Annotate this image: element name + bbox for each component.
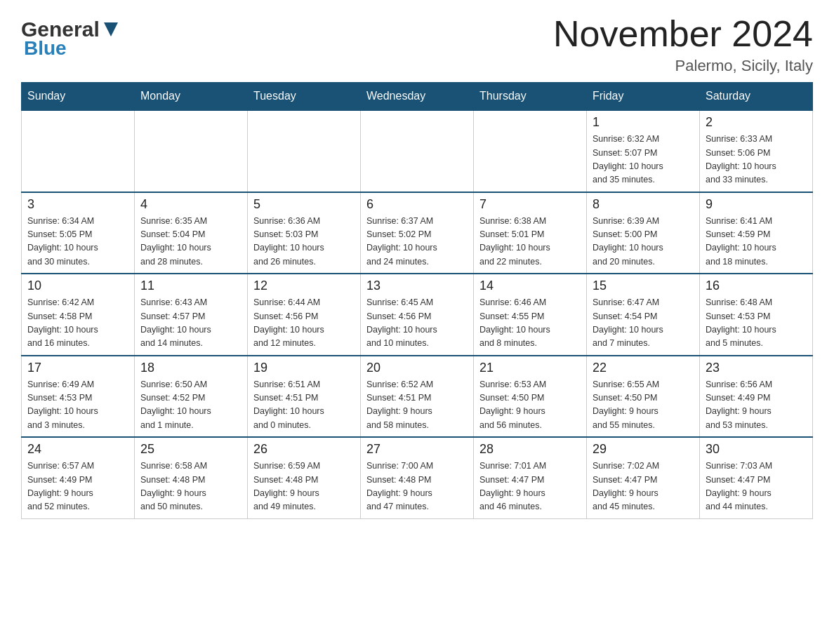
day-number: 13	[366, 279, 468, 293]
day-number: 11	[140, 279, 241, 293]
day-number: 19	[253, 361, 355, 375]
day-number: 16	[706, 279, 807, 293]
calendar-cell	[248, 110, 361, 192]
day-number: 20	[366, 361, 468, 375]
calendar-cell: 12Sunrise: 6:44 AM Sunset: 4:56 PM Dayli…	[248, 274, 361, 356]
day-number: 5	[253, 197, 355, 212]
col-tuesday: Tuesday	[248, 83, 361, 111]
day-number: 10	[27, 279, 128, 293]
day-info: Sunrise: 6:56 AM Sunset: 4:49 PM Dayligh…	[706, 378, 807, 433]
day-info: Sunrise: 6:38 AM Sunset: 5:01 PM Dayligh…	[479, 215, 581, 269]
day-number: 30	[706, 442, 807, 457]
day-number: 12	[253, 279, 355, 293]
calendar-cell: 26Sunrise: 6:59 AM Sunset: 4:48 PM Dayli…	[248, 437, 361, 518]
day-info: Sunrise: 6:36 AM Sunset: 5:03 PM Dayligh…	[253, 215, 355, 269]
day-number: 7	[479, 197, 581, 212]
calendar-cell: 9Sunrise: 6:41 AM Sunset: 4:59 PM Daylig…	[700, 192, 813, 274]
day-info: Sunrise: 6:46 AM Sunset: 4:55 PM Dayligh…	[479, 296, 581, 351]
day-info: Sunrise: 6:33 AM Sunset: 5:06 PM Dayligh…	[706, 133, 807, 187]
logo-blue-text: Blue	[24, 37, 67, 60]
title-area: November 2024 Palermo, Sicily, Italy	[553, 14, 813, 75]
calendar-cell	[135, 110, 248, 192]
day-info: Sunrise: 6:47 AM Sunset: 4:54 PM Dayligh…	[593, 296, 694, 351]
calendar-cell: 29Sunrise: 7:02 AM Sunset: 4:47 PM Dayli…	[587, 437, 700, 518]
calendar-cell: 3Sunrise: 6:34 AM Sunset: 5:05 PM Daylig…	[22, 192, 135, 274]
calendar-cell	[361, 110, 474, 192]
calendar-cell: 22Sunrise: 6:55 AM Sunset: 4:50 PM Dayli…	[587, 356, 700, 438]
day-number: 24	[27, 442, 128, 457]
col-friday: Friday	[587, 83, 700, 111]
page-title: November 2024	[553, 14, 813, 54]
page-header: General Blue November 2024 Palermo, Sici…	[21, 14, 813, 75]
col-saturday: Saturday	[700, 83, 813, 111]
day-info: Sunrise: 6:49 AM Sunset: 4:53 PM Dayligh…	[27, 378, 128, 433]
day-info: Sunrise: 6:34 AM Sunset: 5:05 PM Dayligh…	[27, 215, 128, 269]
day-number: 1	[593, 115, 694, 130]
day-number: 3	[27, 197, 128, 212]
day-info: Sunrise: 6:48 AM Sunset: 4:53 PM Dayligh…	[706, 296, 807, 351]
col-sunday: Sunday	[22, 83, 135, 111]
calendar-cell	[22, 110, 135, 192]
calendar-cell: 24Sunrise: 6:57 AM Sunset: 4:49 PM Dayli…	[22, 437, 135, 518]
day-info: Sunrise: 6:42 AM Sunset: 4:58 PM Dayligh…	[27, 296, 128, 351]
calendar-cell: 5Sunrise: 6:36 AM Sunset: 5:03 PM Daylig…	[248, 192, 361, 274]
calendar-cell: 21Sunrise: 6:53 AM Sunset: 4:50 PM Dayli…	[474, 356, 587, 438]
day-info: Sunrise: 6:55 AM Sunset: 4:50 PM Dayligh…	[593, 378, 694, 433]
calendar-header-row: Sunday Monday Tuesday Wednesday Thursday…	[22, 83, 813, 111]
col-wednesday: Wednesday	[361, 83, 474, 111]
day-info: Sunrise: 6:53 AM Sunset: 4:50 PM Dayligh…	[479, 378, 581, 433]
day-number: 17	[27, 361, 128, 375]
day-number: 22	[593, 361, 694, 375]
day-number: 8	[593, 197, 694, 212]
calendar-cell: 17Sunrise: 6:49 AM Sunset: 4:53 PM Dayli…	[22, 356, 135, 438]
day-number: 29	[593, 442, 694, 457]
calendar-week-row: 3Sunrise: 6:34 AM Sunset: 5:05 PM Daylig…	[22, 192, 813, 274]
calendar-cell: 23Sunrise: 6:56 AM Sunset: 4:49 PM Dayli…	[700, 356, 813, 438]
calendar-cell: 28Sunrise: 7:01 AM Sunset: 4:47 PM Dayli…	[474, 437, 587, 518]
day-info: Sunrise: 6:32 AM Sunset: 5:07 PM Dayligh…	[593, 133, 694, 187]
day-info: Sunrise: 6:39 AM Sunset: 5:00 PM Dayligh…	[593, 215, 694, 269]
day-info: Sunrise: 6:45 AM Sunset: 4:56 PM Dayligh…	[366, 296, 468, 351]
day-info: Sunrise: 7:00 AM Sunset: 4:48 PM Dayligh…	[366, 459, 468, 514]
calendar-cell: 15Sunrise: 6:47 AM Sunset: 4:54 PM Dayli…	[587, 274, 700, 356]
col-monday: Monday	[135, 83, 248, 111]
day-info: Sunrise: 6:51 AM Sunset: 4:51 PM Dayligh…	[253, 378, 355, 433]
svg-marker-0	[104, 22, 118, 36]
col-thursday: Thursday	[474, 83, 587, 111]
calendar-week-row: 24Sunrise: 6:57 AM Sunset: 4:49 PM Dayli…	[22, 437, 813, 518]
logo-triangle-icon	[101, 20, 121, 39]
day-info: Sunrise: 7:01 AM Sunset: 4:47 PM Dayligh…	[479, 459, 581, 514]
calendar-table: Sunday Monday Tuesday Wednesday Thursday…	[21, 82, 813, 519]
calendar-cell: 18Sunrise: 6:50 AM Sunset: 4:52 PM Dayli…	[135, 356, 248, 438]
day-info: Sunrise: 6:41 AM Sunset: 4:59 PM Dayligh…	[706, 215, 807, 269]
calendar-cell: 1Sunrise: 6:32 AM Sunset: 5:07 PM Daylig…	[587, 110, 700, 192]
day-info: Sunrise: 7:03 AM Sunset: 4:47 PM Dayligh…	[706, 459, 807, 514]
calendar-cell: 10Sunrise: 6:42 AM Sunset: 4:58 PM Dayli…	[22, 274, 135, 356]
day-number: 2	[706, 115, 807, 130]
day-number: 21	[479, 361, 581, 375]
calendar-cell: 30Sunrise: 7:03 AM Sunset: 4:47 PM Dayli…	[700, 437, 813, 518]
calendar-cell: 27Sunrise: 7:00 AM Sunset: 4:48 PM Dayli…	[361, 437, 474, 518]
calendar-cell: 2Sunrise: 6:33 AM Sunset: 5:06 PM Daylig…	[700, 110, 813, 192]
calendar-cell: 16Sunrise: 6:48 AM Sunset: 4:53 PM Dayli…	[700, 274, 813, 356]
calendar-cell: 11Sunrise: 6:43 AM Sunset: 4:57 PM Dayli…	[135, 274, 248, 356]
calendar-cell: 13Sunrise: 6:45 AM Sunset: 4:56 PM Dayli…	[361, 274, 474, 356]
day-number: 9	[706, 197, 807, 212]
calendar-week-row: 1Sunrise: 6:32 AM Sunset: 5:07 PM Daylig…	[22, 110, 813, 192]
day-number: 14	[479, 279, 581, 293]
day-number: 28	[479, 442, 581, 457]
calendar-cell: 7Sunrise: 6:38 AM Sunset: 5:01 PM Daylig…	[474, 192, 587, 274]
calendar-cell: 6Sunrise: 6:37 AM Sunset: 5:02 PM Daylig…	[361, 192, 474, 274]
day-number: 6	[366, 197, 468, 212]
day-info: Sunrise: 6:52 AM Sunset: 4:51 PM Dayligh…	[366, 378, 468, 433]
day-info: Sunrise: 6:58 AM Sunset: 4:48 PM Dayligh…	[140, 459, 241, 514]
day-number: 18	[140, 361, 241, 375]
page-subtitle: Palermo, Sicily, Italy	[553, 57, 813, 75]
logo: General Blue	[21, 14, 121, 60]
day-number: 26	[253, 442, 355, 457]
calendar-cell: 4Sunrise: 6:35 AM Sunset: 5:04 PM Daylig…	[135, 192, 248, 274]
day-info: Sunrise: 6:57 AM Sunset: 4:49 PM Dayligh…	[27, 459, 128, 514]
day-number: 15	[593, 279, 694, 293]
day-info: Sunrise: 6:35 AM Sunset: 5:04 PM Dayligh…	[140, 215, 241, 269]
day-info: Sunrise: 6:44 AM Sunset: 4:56 PM Dayligh…	[253, 296, 355, 351]
